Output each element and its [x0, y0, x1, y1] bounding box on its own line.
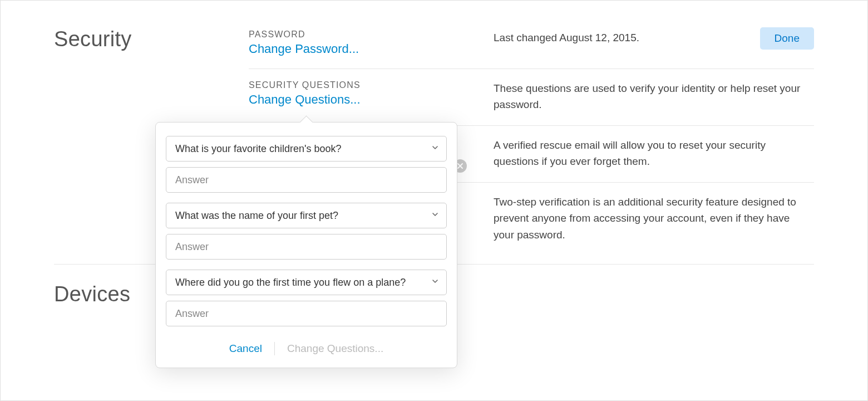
answer-1-input[interactable] [166, 167, 447, 193]
change-password-link[interactable]: Change Password... [249, 42, 494, 56]
question-group-2: What was the name of your first pet? [166, 203, 447, 260]
security-questions-label: SECURITY QUESTIONS [249, 80, 494, 90]
question-3-select[interactable]: Where did you go the first time you flew… [166, 270, 447, 295]
popover-actions: Cancel Change Questions... [166, 336, 447, 361]
security-questions-row: SECURITY QUESTIONS Change Questions... T… [249, 78, 814, 126]
cancel-button[interactable]: Cancel [229, 343, 262, 355]
password-meta: Last changed August 12, 2015. [494, 30, 803, 46]
rescue-email-meta: A verified rescue email will allow you t… [494, 137, 803, 170]
two-step-meta: Two-step verification is an additional s… [494, 194, 803, 243]
question-group-1: What is your favorite children's book? [166, 136, 447, 193]
change-questions-popover: What is your favorite children's book? W… [155, 122, 457, 368]
password-row: PASSWORD Change Password... Last changed… [249, 27, 814, 69]
question-1-select[interactable]: What is your favorite children's book? [166, 136, 447, 162]
change-questions-confirm-button: Change Questions... [287, 343, 383, 355]
question-2-select[interactable]: What was the name of your first pet? [166, 203, 447, 228]
action-divider [274, 342, 275, 355]
security-questions-meta: These questions are used to verify your … [494, 80, 803, 113]
password-label: PASSWORD [249, 30, 494, 40]
change-questions-link[interactable]: Change Questions... [249, 92, 494, 107]
answer-2-input[interactable] [166, 234, 447, 260]
question-group-3: Where did you go the first time you flew… [166, 270, 447, 326]
answer-3-input[interactable] [166, 301, 447, 326]
